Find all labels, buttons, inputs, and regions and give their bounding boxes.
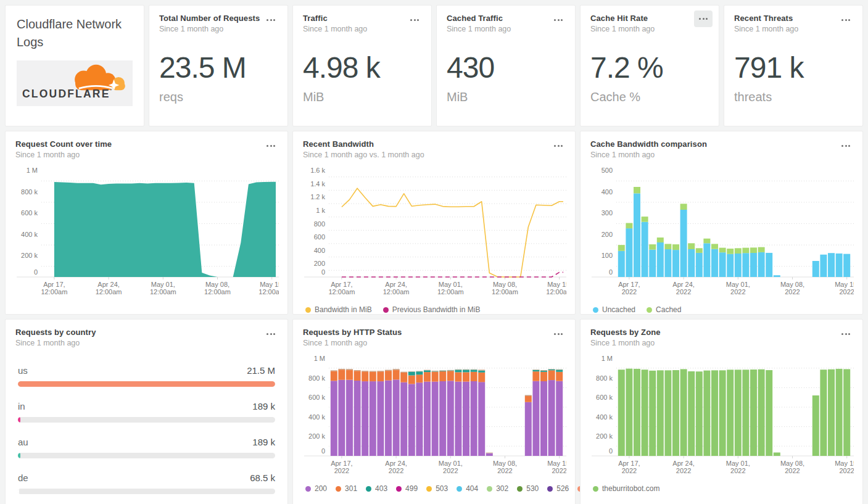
legend-item[interactable]: Cached: [647, 305, 681, 314]
svg-text:12:00am: 12:00am: [96, 288, 122, 295]
legend-item[interactable]: 301: [336, 484, 357, 493]
ellipsis-icon: [410, 19, 412, 21]
panel-menu-button[interactable]: [550, 140, 566, 152]
panel-subtitle: Since 1 month ago: [447, 25, 565, 33]
svg-text:1 M: 1 M: [601, 355, 613, 362]
legend-item[interactable]: Bandwidth in MiB: [305, 305, 372, 314]
country-bar-fill: [18, 453, 20, 458]
svg-text:2022: 2022: [622, 467, 637, 474]
panel-subtitle: Since 1 month ago: [303, 339, 565, 347]
legend-item[interactable]: 403: [366, 484, 387, 493]
legend-item[interactable]: 302: [487, 484, 508, 493]
svg-text:May 01,: May 01,: [439, 281, 463, 288]
svg-text:May 15,: May 15,: [835, 281, 854, 288]
panel-menu-button[interactable]: [263, 328, 279, 340]
cache-bandwidth-legend: UncachedCached: [590, 305, 853, 314]
ellipsis-icon: [841, 333, 843, 335]
country-label: us: [18, 365, 28, 376]
svg-text:800 k: 800 k: [596, 374, 613, 382]
panel-title: Total Number of Requests: [159, 14, 278, 23]
panel-menu-button[interactable]: [407, 14, 423, 26]
panel-subtitle: Since 1 month ago: [734, 25, 853, 33]
svg-text:1.4 k: 1.4 k: [310, 180, 325, 188]
legend-dot-icon: [305, 486, 311, 492]
stat-value: 23.5 M: [159, 51, 278, 85]
svg-text:2022: 2022: [389, 467, 403, 474]
panel-menu-button[interactable]: [550, 328, 566, 340]
panel-menu-button[interactable]: [838, 328, 854, 340]
svg-text:2022: 2022: [552, 467, 566, 474]
stat-unit: reqs: [159, 90, 278, 104]
panel-menu-button[interactable]: [550, 14, 566, 26]
panel-subtitle: Since 1 month ago: [590, 339, 853, 347]
svg-text:12:00am: 12:00am: [383, 288, 410, 295]
cloudflare-logo: CLOUDFLARE’: [17, 60, 133, 106]
svg-text:2022: 2022: [497, 467, 512, 474]
http-status-legend: 200301403499503404302530526524: [303, 484, 565, 493]
legend-item[interactable]: 499: [396, 484, 418, 493]
svg-text:May 01,: May 01,: [726, 281, 750, 288]
legend-item[interactable]: 530: [517, 484, 539, 493]
panel-title: Requests by HTTP Status: [303, 328, 565, 337]
legend-item[interactable]: 503: [426, 484, 448, 493]
svg-text:2022: 2022: [785, 467, 800, 474]
country-value: 189 k: [252, 401, 275, 411]
stat-unit: threats: [734, 90, 853, 104]
panel-menu-button[interactable]: [263, 140, 279, 152]
panel-menu-button[interactable]: [838, 140, 854, 152]
legend-item[interactable]: Uncached: [593, 305, 635, 314]
svg-text:12:00am: 12:00am: [258, 288, 279, 295]
country-label: in: [18, 401, 25, 411]
legend-item[interactable]: 404: [457, 484, 478, 493]
panel-title: Traffic: [303, 14, 421, 23]
panel-subtitle: Since 1 month ago: [590, 151, 853, 159]
legend-label: Uncached: [602, 305, 635, 314]
http-status-bar-chart[interactable]: 1 M800 k600 k400 k200 k0Apr 17,2022Apr 2…: [303, 353, 566, 477]
svg-text:May 08,: May 08,: [493, 460, 517, 467]
svg-text:Apr 24,: Apr 24,: [385, 281, 407, 288]
panel-cache-bandwidth: Cache Bandwidth comparison Since 1 month…: [580, 131, 863, 315]
legend-label: 503: [436, 484, 448, 493]
legend-item[interactable]: 200: [305, 484, 327, 493]
svg-text:200 k: 200 k: [21, 252, 38, 259]
svg-text:2022: 2022: [839, 288, 854, 295]
panel-subtitle: Since 1 month ago: [303, 25, 421, 33]
panel-requests-by-zone: Requests by Zone Since 1 month ago 1 M80…: [580, 319, 863, 504]
country-bar-track: [18, 381, 275, 387]
panel-menu-button[interactable]: [838, 14, 854, 26]
panel-total-requests: Total Number of Requests Since 1 month a…: [149, 5, 288, 126]
panel-recent-threats: Recent Threats Since 1 month ago 791 k t…: [724, 5, 863, 126]
svg-text:1 M: 1 M: [314, 355, 325, 362]
country-row-au: au189 k: [18, 437, 275, 458]
legend-label: 403: [375, 484, 387, 493]
legend-dot-icon: [366, 486, 371, 492]
legend-label: 301: [345, 484, 357, 493]
panel-title: Requests by Zone: [590, 328, 853, 337]
svg-text:May 01,: May 01,: [726, 460, 750, 467]
top-row: Cloudflare Network Logs CLOUDFLARE’ To: [5, 5, 863, 126]
bandwidth-line-chart[interactable]: 1.6 k1.4 k1.2 k1 k8006004002000Apr 17,12…: [303, 165, 566, 298]
country-label: de: [18, 473, 28, 483]
legend-dot-icon: [593, 486, 598, 492]
legend-label: 404: [466, 484, 478, 493]
panel-title: Cache Bandwidth comparison: [590, 139, 853, 149]
legend-item[interactable]: Previous Bandwidth in MiB: [383, 305, 481, 314]
request-count-area-chart[interactable]: 1 M800 k600 k400 k200 k0Apr 17,12:00amAp…: [15, 165, 279, 298]
svg-text:Apr 24,: Apr 24,: [672, 281, 694, 288]
stat-value: 430: [447, 51, 565, 85]
svg-text:Apr 24,: Apr 24,: [385, 460, 407, 467]
svg-text:12:00am: 12:00am: [41, 288, 67, 295]
legend-dot-icon: [593, 307, 598, 313]
ellipsis-icon: [841, 19, 843, 21]
panel-requests-by-http-status: Requests by HTTP Status Since 1 month ag…: [292, 319, 576, 504]
svg-text:12:00am: 12:00am: [150, 288, 176, 295]
legend-item[interactable]: theburritobot.com: [593, 484, 659, 493]
country-bar-track: [18, 489, 275, 494]
panel-menu-button[interactable]: [694, 10, 713, 27]
cache-bandwidth-bar-chart[interactable]: 5004003002001000Apr 17,2022Apr 24,2022Ma…: [590, 165, 854, 298]
zone-bar-chart[interactable]: 1 M800 k600 k400 k200 k0Apr 17,2022Apr 2…: [590, 353, 854, 477]
legend-item[interactable]: 526: [547, 484, 569, 493]
svg-text:May 08,: May 08,: [493, 281, 517, 288]
panel-menu-button[interactable]: [263, 14, 279, 26]
panel-recent-bandwidth: Recent Bandwidth Since 1 month ago vs. 1…: [292, 131, 576, 315]
